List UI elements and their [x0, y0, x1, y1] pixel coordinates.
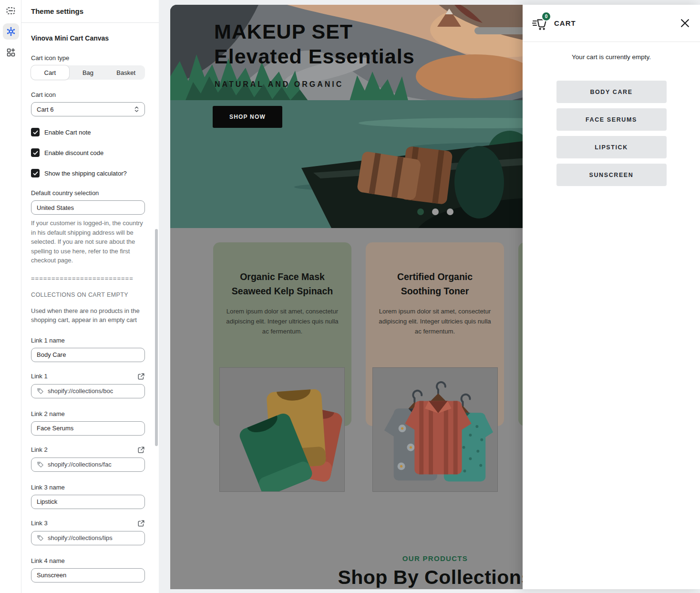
link1-name-input[interactable]: [31, 348, 145, 362]
checkbox-row-shipping-calculator[interactable]: Show the shipping calculator?: [31, 169, 145, 177]
editor-icon-rail: [0, 0, 21, 593]
external-link-icon[interactable]: [137, 520, 145, 527]
sidebar-item-theme-settings[interactable]: [0, 21, 21, 42]
cart-icon-label: Cart icon: [31, 91, 145, 98]
cart-icon: 0: [532, 15, 549, 31]
cart-icon-type-label: Cart icon type: [31, 54, 145, 62]
checkbox-label: Show the shipping calculator?: [44, 170, 127, 177]
cart-count-badge: 0: [541, 11, 551, 21]
link2-url-input[interactable]: shopify://collections/fac: [31, 458, 145, 472]
link4-name-label: Link 4 name: [31, 557, 145, 564]
link2-url-value: shopify://collections/fac: [48, 461, 112, 468]
card-title: Organic Face Mask Seaweed Kelp Spinach: [213, 270, 351, 298]
collection-button-face-serums[interactable]: FACE SERUMS: [556, 108, 667, 131]
cart-icon-select[interactable]: Cart 6: [31, 102, 145, 116]
sidebar-item-sections[interactable]: [0, 0, 21, 21]
hero-subtitle: NATURAL AND ORGANIC: [215, 80, 343, 89]
card-image-folded-shirts: [219, 367, 345, 492]
external-link-icon[interactable]: [137, 373, 145, 380]
link1-url-value: shopify://collections/boc: [48, 387, 113, 395]
checkbox-checked-icon: [31, 128, 40, 136]
country-input[interactable]: [31, 200, 145, 215]
close-icon[interactable]: [679, 18, 690, 29]
cart-icon-type-segmented: Cart Bag Basket: [31, 65, 145, 80]
checkbox-row-cart-note[interactable]: Enable Cart note: [31, 128, 145, 136]
cart-drawer-header: 0 CART: [523, 5, 700, 42]
segment-bag[interactable]: Bag: [69, 65, 107, 80]
link1-name-label: Link 1 name: [31, 337, 145, 344]
card-title: Certified Organic Soothing Toner: [366, 270, 504, 298]
country-help-text: If your customer is logged-in, the count…: [31, 218, 145, 265]
collection-button-body-care[interactable]: BODY CARE: [556, 81, 667, 103]
theme-settings-panel: Theme settings Vinova Mini Cart Canvas C…: [21, 0, 159, 593]
divider-text: =========================: [31, 275, 145, 282]
link1-label: Link 1: [31, 373, 48, 380]
link3-label: Link 3: [31, 520, 48, 527]
chevron-up-down-icon: [134, 105, 140, 113]
slide-dot-3[interactable]: [447, 208, 453, 215]
empty-cart-collections: BODY CARE FACE SERUMS LIPSTICK SUNSCREEN: [556, 81, 667, 186]
external-link-icon[interactable]: [137, 446, 145, 454]
segment-cart[interactable]: Cart: [31, 65, 69, 80]
checkbox-label: Enable discount code: [44, 149, 103, 156]
collections-empty-heading: COLLECTIONS ON CART EMPTY: [31, 291, 145, 298]
tag-icon: [37, 534, 44, 541]
settings-section-title: Vinova Mini Cart Canvas: [31, 34, 145, 42]
card-description: Lorem ipsum dolor sit amet, consectetur …: [226, 306, 339, 336]
slide-dot-1[interactable]: [417, 208, 424, 215]
shop-now-button[interactable]: SHOP NOW: [213, 106, 282, 128]
apps-icon: [3, 44, 19, 61]
panel-title: Theme settings: [21, 0, 159, 23]
card-description: Lorem ipsum dolor sit amet, consectetur …: [379, 306, 491, 336]
checkbox-checked-icon: [31, 169, 40, 177]
collection-button-lipstick[interactable]: LIPSTICK: [556, 136, 667, 158]
slide-dot-2[interactable]: [432, 208, 439, 215]
segment-basket[interactable]: Basket: [107, 65, 145, 80]
gear-icon: [3, 23, 19, 40]
sections-icon: [3, 2, 19, 19]
tag-icon: [37, 387, 44, 395]
checkbox-label: Enable Cart note: [44, 129, 91, 136]
link2-name-input[interactable]: [31, 421, 145, 436]
hero-title: MAKEUP SET Elevated Essentials: [214, 19, 415, 69]
link1-url-input[interactable]: shopify://collections/boc: [31, 384, 145, 398]
link2-name-label: Link 2 name: [31, 410, 145, 417]
link3-name-input[interactable]: [31, 495, 145, 509]
slideshow-dots: [417, 208, 453, 215]
collections-empty-description: Used when there are no products in the s…: [31, 306, 145, 325]
tag-icon: [37, 461, 44, 468]
hero-title-line2: Elevated Essentials: [214, 44, 415, 69]
cart-icon-select-value: Cart 6: [37, 106, 134, 113]
mini-cart-drawer: 0 CART Your cart is currently empty. BOD…: [523, 5, 700, 589]
link2-label: Link 2: [31, 446, 48, 453]
sidebar-item-apps[interactable]: [0, 42, 21, 63]
link3-url-input[interactable]: shopify://collections/lips: [31, 531, 145, 545]
link3-url-value: shopify://collections/lips: [48, 534, 113, 541]
hero-title-line1: MAKEUP SET: [214, 19, 415, 44]
checkbox-checked-icon: [31, 148, 40, 157]
cart-empty-message: Your cart is currently empty.: [523, 53, 700, 61]
checkbox-row-discount-code[interactable]: Enable discount code: [31, 148, 145, 157]
link3-name-label: Link 3 name: [31, 484, 145, 491]
link4-name-input[interactable]: [31, 568, 145, 583]
panel-scrollbar[interactable]: [155, 229, 158, 446]
country-label: Default country selection: [31, 189, 145, 197]
card-image-hanging-shirts: [372, 367, 498, 492]
collection-button-sunscreen[interactable]: SUNSCREEN: [556, 164, 667, 186]
cart-drawer-title: CART: [554, 19, 576, 27]
